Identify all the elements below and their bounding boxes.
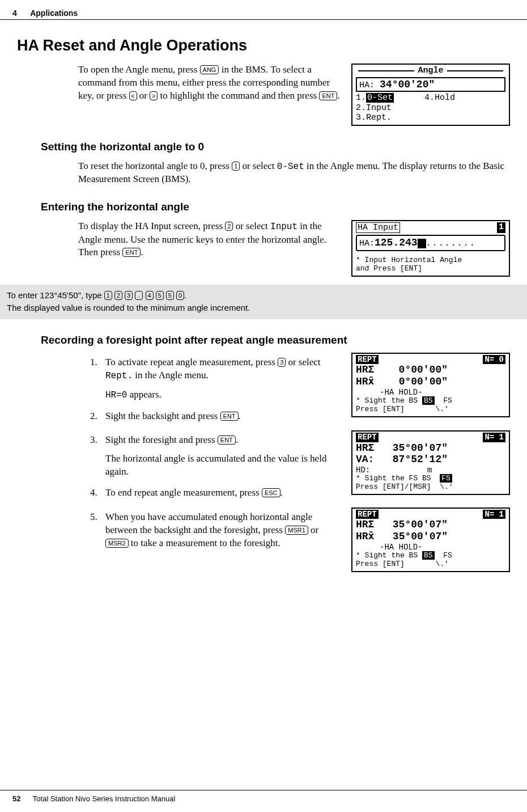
manual-title: Total Station Nivo Series Instruction Ma… bbox=[33, 794, 175, 803]
page-number: 52 bbox=[12, 794, 20, 803]
chapter-number: 4 bbox=[12, 9, 17, 18]
key-seq-3: 3 bbox=[125, 291, 133, 300]
key-ent: ENT bbox=[218, 435, 236, 445]
page-footer: 52 Total Station Nivo Series Instruction… bbox=[0, 794, 527, 804]
intro-row: To open the Angle menu, press ANG in the… bbox=[78, 64, 510, 126]
lcd-ha-input: HA Input1 HA:125.243 ........ * Input Ho… bbox=[351, 220, 510, 277]
section-heading-enter: Entering the horizontal angle bbox=[41, 200, 510, 214]
step-5: When you have accumulated enough horizon… bbox=[100, 511, 343, 550]
key-esc: ESC bbox=[262, 488, 280, 497]
page-header: 4 Applications bbox=[0, 8, 527, 19]
key-ang: ANG bbox=[200, 65, 219, 74]
key-2: 2 bbox=[225, 222, 233, 231]
intro-paragraph: To open the Angle menu, press ANG in the… bbox=[78, 64, 343, 103]
step-2: Sight the backsight and press ENT. bbox=[100, 410, 343, 423]
lcd-angle-menu: Angle HA: 34°00'20" 1.0-Set 4.Hold 2.Inp… bbox=[351, 64, 510, 126]
key-ent: ENT bbox=[122, 248, 141, 257]
note-box: To enter 123°45'50", type 1 2 3 . 4 5 5 … bbox=[0, 285, 527, 319]
key-seq-2: 2 bbox=[114, 291, 122, 300]
step-1: To activate repeat angle measurement, pr… bbox=[100, 356, 343, 401]
chapter-title: Applications bbox=[30, 9, 78, 18]
key-seq-1: 1 bbox=[104, 291, 112, 300]
step-list: To activate repeat angle measurement, pr… bbox=[78, 356, 343, 422]
section-heading-0set: Setting the horizontal angle to 0 bbox=[41, 139, 510, 154]
sec2-paragraph: To display the HA Input screen, press 2 … bbox=[78, 220, 343, 259]
step-3: Sight the foresight and press ENT. The h… bbox=[100, 434, 343, 479]
page-title: HA Reset and Angle Operations bbox=[17, 35, 510, 56]
key-ent: ENT bbox=[319, 91, 337, 100]
footer-rule bbox=[0, 790, 527, 790]
lcd-rept-2: REPTN= 1 HRΣ 35°00'07" HRx̄ 35°00'07" -H… bbox=[351, 508, 510, 572]
page: 4 Applications HA Reset and Angle Operat… bbox=[0, 0, 527, 812]
key-ent: ENT bbox=[220, 412, 239, 421]
lcd-title: Angle bbox=[414, 66, 447, 75]
section-heading-rept: Recording a foresight point after repeat… bbox=[41, 333, 510, 348]
key-1: 1 bbox=[232, 162, 240, 171]
lcd-ha-value: 34°00'20" bbox=[380, 79, 435, 90]
key-left: < bbox=[129, 91, 137, 100]
content-area: HA Reset and Angle Operations To open th… bbox=[17, 35, 510, 572]
key-seq-4: 4 bbox=[146, 291, 154, 300]
lcd-rept-0: REPTN= 0 HRΣ 0°00'00" HRx̄ 0°00'00" -HA … bbox=[351, 353, 510, 417]
key-msr1: MSR1 bbox=[285, 526, 308, 535]
lcd-input-value: 125.243 bbox=[375, 237, 418, 248]
key-seq-0: 0 bbox=[176, 291, 184, 300]
key-3: 3 bbox=[278, 358, 286, 367]
header-rule bbox=[0, 19, 527, 20]
lcd-rept-1: REPTN= 1 HRΣ 35°00'07" VA: 87°52'12" HD:… bbox=[351, 430, 510, 494]
key-msr2: MSR2 bbox=[105, 539, 129, 548]
key-right: > bbox=[150, 91, 158, 100]
step-4: To end repeat angle measurement, press E… bbox=[100, 487, 343, 500]
key-seq-5b: 5 bbox=[166, 291, 174, 300]
key-seq-dot: . bbox=[135, 291, 143, 300]
sec1-paragraph: To reset the horizontal angle to 0, pres… bbox=[78, 160, 510, 187]
key-seq-5: 5 bbox=[156, 291, 164, 300]
